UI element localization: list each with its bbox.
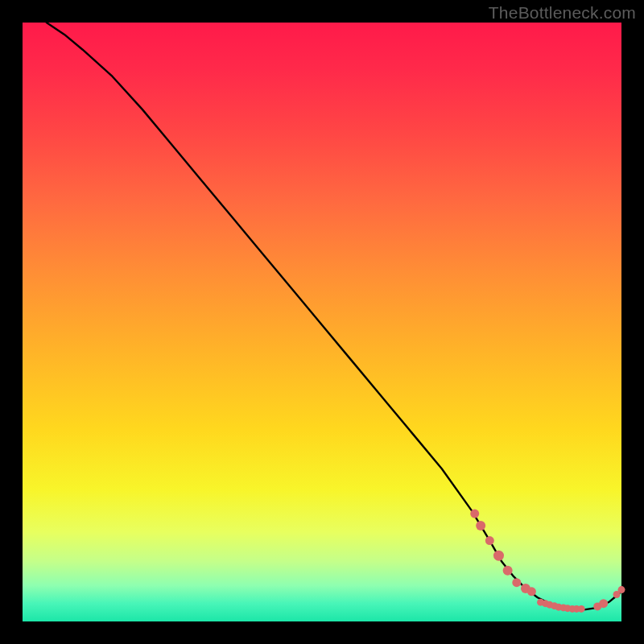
data-point-marker bbox=[527, 587, 536, 596]
marker-layer bbox=[470, 510, 625, 613]
curve-layer bbox=[47, 23, 621, 609]
plot-area bbox=[23, 23, 621, 621]
data-point-marker bbox=[599, 599, 608, 608]
data-point-marker bbox=[578, 605, 585, 613]
data-point-marker bbox=[493, 551, 504, 561]
chart-stage: TheBottleneck.com bbox=[0, 0, 644, 644]
data-point-marker bbox=[618, 586, 625, 593]
data-point-marker bbox=[512, 578, 521, 587]
chart-svg bbox=[23, 23, 621, 621]
data-point-marker bbox=[470, 510, 479, 518]
attribution-label: TheBottleneck.com bbox=[489, 3, 636, 23]
curve-line bbox=[47, 23, 621, 609]
data-point-marker bbox=[503, 566, 513, 576]
data-point-marker bbox=[476, 521, 485, 530]
data-point-marker bbox=[485, 536, 494, 545]
